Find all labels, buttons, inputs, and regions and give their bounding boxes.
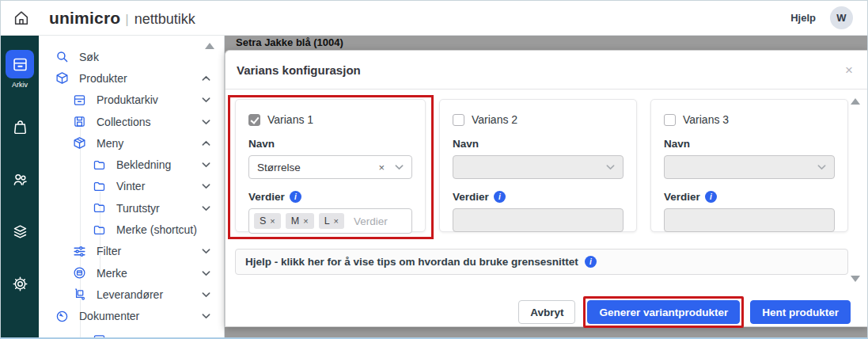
values-placeholder: Verdier <box>354 215 388 227</box>
variant-1-values-input[interactable]: S× M× L× Verdier <box>248 208 412 234</box>
help-tips-bar[interactable]: Hjelp - klikk her for å vise tips om hvo… <box>235 249 848 275</box>
cube-icon <box>55 71 69 86</box>
remove-icon[interactable]: × <box>270 216 275 226</box>
sidebar-item-label: Produkter <box>79 72 127 85</box>
close-icon[interactable]: × <box>845 63 853 77</box>
annotation-box-generate-button: Generer variantprodukter <box>583 296 744 328</box>
chevron-up-icon[interactable] <box>202 140 210 147</box>
sidebar-item-label: Filter <box>97 245 121 257</box>
chevron-down-icon[interactable] <box>202 119 210 125</box>
chevron-down-icon[interactable] <box>202 97 210 103</box>
generate-variants-button[interactable]: Generer variantprodukter <box>587 300 740 324</box>
sidebar-item-label: Bekledning <box>116 158 171 171</box>
modal-scroll-up-icon[interactable] <box>851 98 860 105</box>
rail-item-arkiv[interactable]: Arkiv <box>1 50 39 89</box>
product-page-title: Setra Jakke blå (1004) <box>236 36 343 48</box>
rail-item-shop[interactable] <box>1 112 39 141</box>
value-chip[interactable]: M× <box>286 213 314 229</box>
brand-divider: | <box>125 12 128 28</box>
clear-icon[interactable]: × <box>378 162 385 173</box>
users-icon <box>6 165 34 193</box>
modal-footer: Avbryt Generer variantprodukter Hent pro… <box>226 296 867 328</box>
info-icon[interactable]: i <box>290 191 301 203</box>
navn-label: Navn <box>664 138 835 150</box>
archive-icon <box>6 50 34 78</box>
variant-2-checkbox[interactable] <box>453 114 464 126</box>
chevron-down-icon <box>606 164 615 170</box>
info-icon[interactable]: i <box>705 191 717 203</box>
cancel-button[interactable]: Avbryt <box>518 300 575 324</box>
verdier-label: Verdier <box>248 191 285 203</box>
variant-1-name-select[interactable]: Størrelse × <box>248 155 412 179</box>
sidebar-item-turutstyr[interactable]: Turutstyr <box>39 197 224 219</box>
gear-icon <box>6 269 34 298</box>
chevron-up-icon[interactable] <box>202 75 210 82</box>
fetch-products-button[interactable]: Hent produkter <box>750 300 851 324</box>
value-chip[interactable]: S× <box>254 213 281 229</box>
sidebar-item-filter[interactable]: Filter <box>39 241 224 262</box>
sidebar-item-sok[interactable]: Søk <box>39 46 224 67</box>
rail-item-layers[interactable] <box>1 217 39 246</box>
folder-icon <box>92 158 106 172</box>
sidebar-nav: Søk Produkter Produktarkiv <box>39 36 225 337</box>
sidebar-item-meny[interactable]: Meny <box>39 132 224 154</box>
sidebar-item-vinter[interactable]: Vinter <box>39 176 224 197</box>
remove-icon[interactable]: × <box>303 216 308 226</box>
home-icon[interactable] <box>11 8 32 29</box>
variant-1-panel: Varians 1 Navn Størrelse × Verdier i S× … <box>235 99 426 232</box>
chevron-down-icon[interactable] <box>202 205 210 211</box>
rail-item-users[interactable] <box>1 165 39 193</box>
badge-icon <box>72 266 86 280</box>
value-chip[interactable]: L× <box>319 213 344 229</box>
chevron-down-icon[interactable] <box>202 183 210 189</box>
sidebar-item-leverandorer[interactable]: Leverandører <box>39 284 224 305</box>
icon-rail: Arkiv <box>1 36 39 337</box>
variant-2-values-input <box>453 208 624 232</box>
history-clock-icon <box>55 309 69 323</box>
chevron-down-icon[interactable] <box>395 164 404 170</box>
remove-icon[interactable]: × <box>334 216 339 226</box>
sidebar-item-label: Produktarkiv <box>97 93 158 106</box>
sidebar-item-collections[interactable]: Collections <box>39 111 224 132</box>
sidebar-item-label: Merke (shortcut) <box>116 223 197 236</box>
sidebar-item-merke-shortcut[interactable]: Merke (shortcut) <box>39 219 224 240</box>
variant-2-panel: Varians 2 Navn Verdier i <box>439 99 637 232</box>
sidebar-item-label: Leverandører <box>97 288 163 301</box>
layers-icon <box>6 217 34 246</box>
variant-2-name-select <box>453 155 624 179</box>
sidebar-item-label: Collections <box>97 116 150 128</box>
variant-1-checkbox[interactable] <box>248 114 260 126</box>
sidebar-item-label: Merke <box>97 267 127 280</box>
variant-3-panel: Varians 3 Navn Verdier i <box>650 99 848 232</box>
navn-label: Navn <box>453 138 624 150</box>
chevron-down-icon[interactable] <box>202 313 210 319</box>
sidebar-item-dokumenter[interactable]: Dokumenter <box>39 306 224 327</box>
brand-logo[interactable]: unimicro | nettbutikk <box>49 9 195 28</box>
hand-truck-icon <box>72 288 86 302</box>
avatar[interactable]: W <box>830 6 853 29</box>
navn-label: Navn <box>248 138 412 150</box>
brand-name: unimicro <box>49 9 120 28</box>
verdier-label: Verdier <box>453 191 489 203</box>
sidebar-item-label: Søk <box>79 51 99 63</box>
sidebar-item-produktarkiv[interactable]: Produktarkiv <box>39 90 224 111</box>
variant-3-name-select <box>664 155 835 179</box>
sidebar-item-bekledning[interactable]: Bekledning <box>39 154 224 175</box>
chevron-down-icon[interactable] <box>202 270 210 276</box>
info-icon[interactable]: i <box>585 256 597 268</box>
chevron-down-icon[interactable] <box>202 291 210 298</box>
modal-header: Varians konfigurasjon × <box>226 51 867 90</box>
sidebar-item-merke[interactable]: Merke <box>39 262 224 284</box>
folder-icon <box>92 223 106 237</box>
rail-item-settings[interactable] <box>1 269 39 298</box>
chevron-down-icon[interactable] <box>202 248 210 254</box>
help-link[interactable]: Hjelp <box>790 12 816 24</box>
modal-scroll-down-icon[interactable] <box>851 276 860 282</box>
sidebar-item-produkter[interactable]: Produkter <box>39 67 224 89</box>
info-icon[interactable]: i <box>494 191 506 203</box>
sidebar-item-label: Turutstyr <box>116 202 160 215</box>
variant-3-values-input <box>664 208 835 232</box>
variant-3-checkbox[interactable] <box>664 114 676 126</box>
chevron-down-icon[interactable] <box>202 162 210 168</box>
sidebar-item-clipped[interactable] <box>93 333 106 337</box>
